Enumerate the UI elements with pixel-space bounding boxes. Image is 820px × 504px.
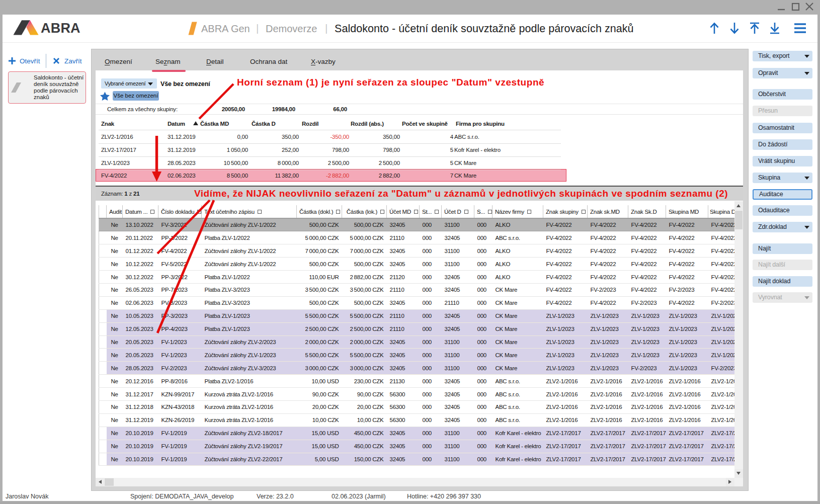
svg-text:ABRA: ABRA bbox=[41, 21, 80, 36]
